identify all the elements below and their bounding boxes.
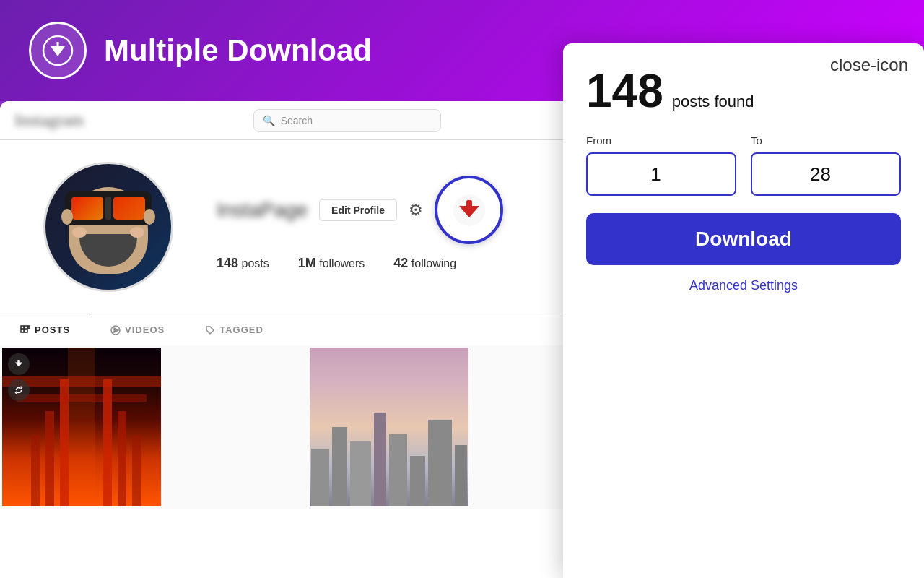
svg-marker-1 [51,46,65,56]
tab-tagged[interactable]: TAGGED [185,314,284,345]
download-button[interactable]: Download [586,213,901,265]
download-modal: close-icon 148 posts found From To Downl… [563,43,924,578]
svg-marker-16 [15,362,23,366]
profile-avatar [43,162,173,292]
post-download-icon[interactable] [8,353,30,375]
svg-rect-8 [466,200,472,207]
vr-avatar-art [58,176,159,277]
to-input[interactable] [751,152,901,196]
from-input[interactable] [586,152,736,196]
from-label: From [586,134,736,147]
svg-rect-9 [21,326,24,329]
posts-count: 148 [217,256,238,270]
svg-rect-12 [21,329,24,332]
modal-overlay: close-icon 148 posts found From To Downl… [563,0,924,578]
modal-posts-count: 148 [586,68,663,114]
modal-fields-row: From To [586,134,901,196]
post-item-2[interactable] [310,348,468,506]
profile-username: InstaPage [217,199,308,222]
followers-count: 1M [298,256,316,270]
app-logo [29,22,87,79]
modal-posts-label: posts found [672,92,754,111]
search-placeholder: Search [281,115,313,126]
modal-close-button[interactable]: close-icon [830,56,908,74]
svg-rect-13 [25,329,27,332]
settings-icon[interactable]: ⚙ [409,201,423,220]
svg-rect-11 [28,326,30,329]
tab-videos-label: VIDEOS [125,324,165,335]
followers-stat: 1M followers [298,256,365,271]
profile-avatar-wrap [43,162,173,292]
tab-videos[interactable]: VIDEOS [90,314,185,345]
search-icon: 🔍 [263,115,275,126]
posts-stat: 148 posts [217,256,269,271]
post-item-1[interactable] [2,348,161,506]
post-1-icons [8,353,30,401]
download-circle-button[interactable] [435,176,503,244]
post-refresh-icon[interactable] [8,379,30,401]
tab-tagged-label: TAGGED [219,324,263,335]
advanced-settings-link[interactable]: Advanced Settings [586,278,901,293]
to-label: To [751,134,901,147]
following-count: 42 [393,256,408,270]
app-title: Multiple Download [104,33,372,68]
modal-from-field: From [586,134,736,196]
ig-search-bar[interactable]: 🔍 Search [253,109,441,132]
svg-rect-17 [17,360,20,363]
tab-posts[interactable]: POSTS [0,314,90,345]
modal-to-field: To [751,134,901,196]
ig-logo: Instagram [14,111,84,130]
tab-posts-label: POSTS [35,324,70,335]
svg-rect-10 [25,326,27,329]
download-circle-inner [444,185,494,236]
modal-title-row: 148 posts found [586,68,901,114]
edit-profile-button[interactable]: Edit Profile [319,199,397,221]
svg-marker-15 [114,328,118,332]
following-stat: 42 following [393,256,456,271]
followers-label: followers [319,257,365,269]
